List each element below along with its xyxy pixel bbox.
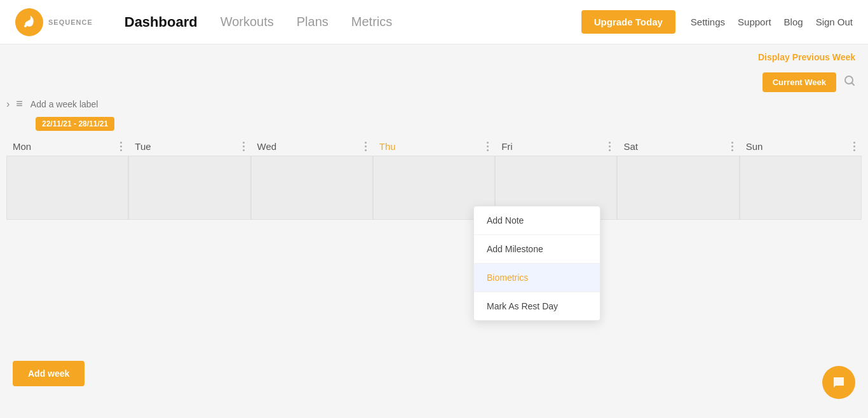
day-header-wed: Wed bbox=[251, 137, 373, 156]
nav-plans[interactable]: Plans bbox=[285, 15, 340, 29]
day-label-tue: Tue bbox=[135, 141, 151, 152]
week-controls: Current Week bbox=[0, 70, 868, 97]
day-cell-wed[interactable] bbox=[251, 156, 373, 220]
nav-metrics[interactable]: Metrics bbox=[340, 15, 403, 29]
logo-text: SEQUENCE bbox=[48, 18, 93, 26]
display-prev-week-link[interactable]: Display Previous Week bbox=[758, 52, 855, 62]
logo-icon bbox=[15, 8, 43, 36]
calendar-cells bbox=[0, 156, 868, 220]
nav-signout[interactable]: Sign Out bbox=[816, 17, 853, 27]
expand-arrow-icon[interactable]: › bbox=[6, 98, 10, 110]
main-content: Display Previous Week Current Week › ≡ 2… bbox=[0, 44, 868, 418]
svg-line-2 bbox=[852, 83, 855, 86]
day-header-sun: Sun bbox=[740, 137, 862, 156]
day-menu-sat[interactable] bbox=[731, 142, 733, 152]
menu-add-milestone[interactable]: Add Milestone bbox=[474, 235, 600, 264]
day-menu-fri[interactable] bbox=[609, 142, 611, 152]
menu-biometrics[interactable]: Biometrics bbox=[474, 264, 600, 292]
search-button[interactable] bbox=[844, 75, 855, 90]
nav-blog[interactable]: Blog bbox=[784, 17, 803, 27]
svg-point-0 bbox=[24, 25, 27, 27]
current-week-button[interactable]: Current Week bbox=[763, 72, 836, 92]
main-nav: Dashboard Workouts Plans Metrics bbox=[113, 14, 581, 30]
context-menu: Add Note Add Milestone Biometrics Mark A… bbox=[473, 206, 600, 321]
day-menu-sun[interactable] bbox=[853, 142, 855, 152]
day-menu-tue[interactable] bbox=[243, 142, 245, 152]
upgrade-button[interactable]: Upgrade Today bbox=[581, 10, 675, 34]
add-week-button[interactable]: Add week bbox=[13, 361, 85, 386]
top-bar: Display Previous Week bbox=[0, 44, 868, 70]
day-cell-tue[interactable] bbox=[128, 156, 250, 220]
secondary-nav: Settings Support Blog Sign Out bbox=[691, 17, 853, 27]
day-cell-mon[interactable] bbox=[6, 156, 128, 220]
menu-add-note[interactable]: Add Note bbox=[474, 206, 600, 235]
day-menu-thu[interactable] bbox=[487, 142, 489, 152]
day-label-fri: Fri bbox=[501, 141, 513, 152]
calendar-header: Mon Tue Wed Thu Fri bbox=[0, 137, 868, 156]
day-header-mon: Mon bbox=[6, 137, 128, 156]
day-header-fri: Fri bbox=[495, 137, 617, 156]
day-label-wed: Wed bbox=[257, 141, 277, 152]
day-header-tue: Tue bbox=[128, 137, 250, 156]
day-menu-mon[interactable] bbox=[120, 142, 122, 152]
day-label-sat: Sat bbox=[623, 141, 638, 152]
chat-button[interactable] bbox=[822, 366, 855, 399]
nav-support[interactable]: Support bbox=[738, 17, 771, 27]
day-label-sun: Sun bbox=[746, 141, 763, 152]
hamburger-icon[interactable]: ≡ bbox=[16, 97, 23, 111]
day-label-mon: Mon bbox=[13, 141, 31, 152]
nav-workouts[interactable]: Workouts bbox=[209, 15, 285, 29]
week-label-input[interactable] bbox=[31, 99, 142, 109]
nav-dashboard[interactable]: Dashboard bbox=[113, 14, 209, 30]
day-header-thu: Thu bbox=[373, 137, 495, 156]
menu-mark-rest-day[interactable]: Mark As Rest Day bbox=[474, 292, 600, 320]
nav-settings[interactable]: Settings bbox=[691, 17, 725, 27]
day-header-sat: Sat bbox=[617, 137, 739, 156]
logo-area[interactable]: SEQUENCE bbox=[15, 8, 93, 36]
day-cell-sun[interactable] bbox=[740, 156, 862, 220]
day-cell-sat[interactable] bbox=[617, 156, 739, 220]
day-label-thu: Thu bbox=[379, 141, 396, 152]
date-badge: 22/11/21 - 28/11/21 bbox=[36, 117, 114, 131]
day-menu-wed[interactable] bbox=[365, 142, 367, 152]
header: SEQUENCE Dashboard Workouts Plans Metric… bbox=[0, 0, 868, 44]
week-nav-area: › ≡ bbox=[0, 97, 868, 117]
